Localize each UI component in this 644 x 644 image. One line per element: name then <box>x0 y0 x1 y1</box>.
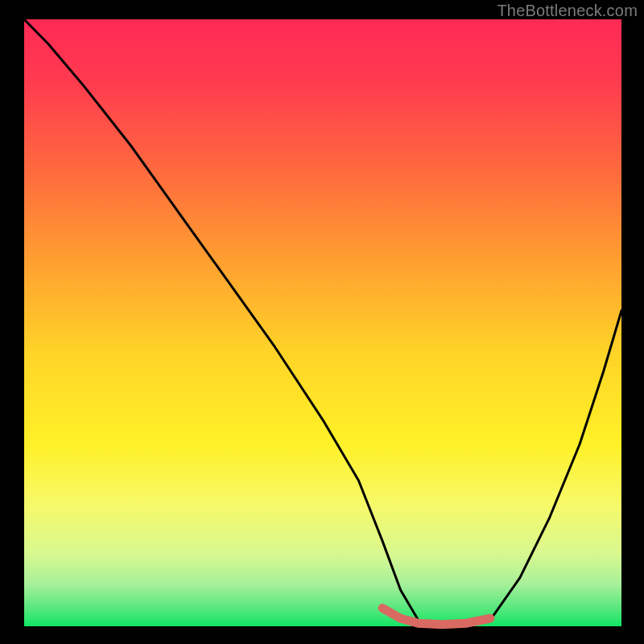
bottleneck-chart <box>0 0 644 644</box>
chart-gradient-area <box>24 19 621 626</box>
chart-container: TheBottleneck.com <box>0 0 644 644</box>
watermark-text: TheBottleneck.com <box>497 2 638 20</box>
